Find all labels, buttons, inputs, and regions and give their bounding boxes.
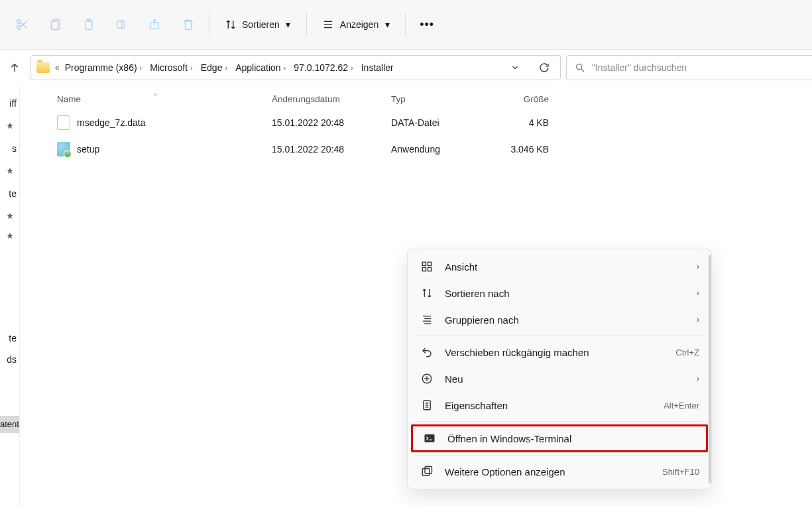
sidebar: iff s te te ds atenträger xyxy=(0,86,20,506)
copy-button[interactable] xyxy=(40,9,72,40)
file-row[interactable]: setup 15.01.2022 20:48 Anwendung 3.046 K… xyxy=(57,136,812,162)
svg-rect-33 xyxy=(422,469,430,476)
plus-circle-icon xyxy=(420,371,434,386)
properties-icon xyxy=(420,398,434,412)
svg-point-14 xyxy=(577,64,582,70)
address-row: « Programme (x86)› Microsoft› Edge› Appl… xyxy=(0,50,812,86)
chevron-right-icon: › xyxy=(697,315,699,324)
column-name[interactable]: Name ˄ xyxy=(57,94,272,104)
more-button[interactable]: ••• xyxy=(411,9,443,40)
file-row[interactable]: msedge_7z.data 15.01.2022 20:48 DATA-Dat… xyxy=(57,109,812,136)
svg-rect-16 xyxy=(422,262,426,265)
address-history-button[interactable] xyxy=(506,58,524,77)
breadcrumb-segment[interactable]: Edge› xyxy=(198,58,230,78)
file-name: setup xyxy=(77,144,99,155)
context-separator xyxy=(416,421,703,422)
chevron-down-icon: ▾ xyxy=(384,21,390,28)
sidebar-item[interactable]: iff xyxy=(0,95,19,112)
column-size[interactable]: Größe xyxy=(489,94,549,104)
sort-icon xyxy=(420,286,434,300)
view-dropdown[interactable]: Anzeigen ▾ xyxy=(312,9,400,40)
clipboard-icon xyxy=(82,17,95,32)
svg-rect-5 xyxy=(51,21,58,30)
breadcrumb-segment[interactable]: Microsoft› xyxy=(147,58,195,78)
file-type: Anwendung xyxy=(391,144,489,155)
rename-icon xyxy=(115,18,129,31)
ctx-group[interactable]: Gruppieren nach › xyxy=(410,306,709,333)
ctx-new[interactable]: Neu › xyxy=(410,365,709,392)
chevron-right-icon: › xyxy=(697,262,699,271)
column-date[interactable]: Änderungsdatum xyxy=(272,94,391,104)
sidebar-item[interactable]: ds xyxy=(0,351,19,368)
svg-rect-31 xyxy=(425,434,435,442)
ctx-properties[interactable]: Eigenschaften Alt+Enter xyxy=(410,392,709,418)
svg-rect-17 xyxy=(428,262,432,265)
sidebar-item[interactable]: te xyxy=(0,185,19,202)
breadcrumb[interactable]: « Programme (x86)› Microsoft› Edge› Appl… xyxy=(30,55,561,80)
svg-rect-19 xyxy=(428,268,432,271)
refresh-button[interactable] xyxy=(535,58,553,77)
breadcrumb-segment[interactable]: Programme (x86)› xyxy=(62,58,145,78)
breadcrumb-segment[interactable]: Installer xyxy=(359,58,396,78)
sort-icon xyxy=(225,19,237,31)
chevron-right-icon: › xyxy=(284,64,286,72)
terminal-icon xyxy=(422,431,437,446)
share-button[interactable] xyxy=(139,9,171,40)
ctx-more-options[interactable]: Weitere Optionen anzeigen Shift+F10 xyxy=(410,458,709,485)
chevron-right-icon: › xyxy=(140,64,143,72)
chevron-right-icon: › xyxy=(697,374,699,383)
grid-icon xyxy=(420,259,434,274)
ctx-view[interactable]: Ansicht › xyxy=(410,253,709,280)
rename-button[interactable] xyxy=(106,9,138,40)
breadcrumb-overflow[interactable]: « xyxy=(55,63,60,72)
sort-indicator-icon: ˄ xyxy=(154,93,157,100)
sidebar-item[interactable]: s xyxy=(0,140,19,157)
toolbar-separator xyxy=(209,13,210,36)
svg-rect-18 xyxy=(422,268,426,271)
breadcrumb-segment[interactable]: 97.0.1072.62› xyxy=(291,58,355,78)
refresh-icon xyxy=(538,62,550,74)
file-icon xyxy=(57,115,70,130)
search-input[interactable]: "Installer" durchsuchen xyxy=(566,55,812,80)
undo-icon xyxy=(420,345,434,359)
paste-button[interactable] xyxy=(73,9,105,40)
breadcrumb-segment[interactable]: Application› xyxy=(233,58,288,78)
sidebar-item[interactable]: atenträger xyxy=(0,416,19,433)
more-options-icon xyxy=(420,464,434,479)
list-view-icon xyxy=(321,19,335,30)
sort-label: Sortieren xyxy=(242,19,280,30)
chevron-right-icon: › xyxy=(190,64,193,72)
toolbar-separator xyxy=(306,13,307,36)
up-button[interactable] xyxy=(4,57,25,78)
sort-dropdown[interactable]: Sortieren ▾ xyxy=(215,9,301,40)
file-size: 4 KB xyxy=(489,117,549,128)
application-icon xyxy=(57,142,70,157)
shortcut-text: Ctrl+Z xyxy=(675,348,699,357)
ellipsis-icon: ••• xyxy=(420,18,434,32)
column-type[interactable]: Typ xyxy=(391,94,489,104)
view-label: Anzeigen xyxy=(340,19,378,30)
copy-icon xyxy=(49,17,62,32)
search-placeholder: "Installer" durchsuchen xyxy=(592,62,687,73)
share-icon xyxy=(148,18,162,31)
shortcut-text: Shift+F10 xyxy=(662,467,699,477)
search-icon xyxy=(575,62,585,73)
shortcut-text: Alt+Enter xyxy=(664,401,699,411)
ctx-sort[interactable]: Sortieren nach › xyxy=(410,280,709,306)
toolbar: Sortieren ▾ Anzeigen ▾ ••• xyxy=(0,0,812,50)
scrollbar[interactable] xyxy=(709,255,711,483)
toolbar-separator xyxy=(405,13,406,36)
file-name: msedge_7z.data xyxy=(77,117,146,128)
ctx-open-terminal[interactable]: Öffnen in Windows-Terminal xyxy=(411,424,708,452)
pin-icon xyxy=(0,116,19,136)
cut-button[interactable] xyxy=(7,9,38,40)
ctx-undo[interactable]: Verschieben rückgängig machen Ctrl+Z xyxy=(410,339,709,365)
file-date: 15.01.2022 20:48 xyxy=(272,117,391,128)
sidebar-item[interactable]: te xyxy=(0,330,19,347)
context-menu: Ansicht › Sortieren nach › Gruppieren na… xyxy=(407,249,712,489)
chevron-right-icon: › xyxy=(225,64,227,72)
folder-icon xyxy=(36,62,50,73)
delete-button[interactable] xyxy=(172,9,204,40)
chevron-down-icon: ▾ xyxy=(285,21,292,28)
pin-icon xyxy=(0,226,19,246)
